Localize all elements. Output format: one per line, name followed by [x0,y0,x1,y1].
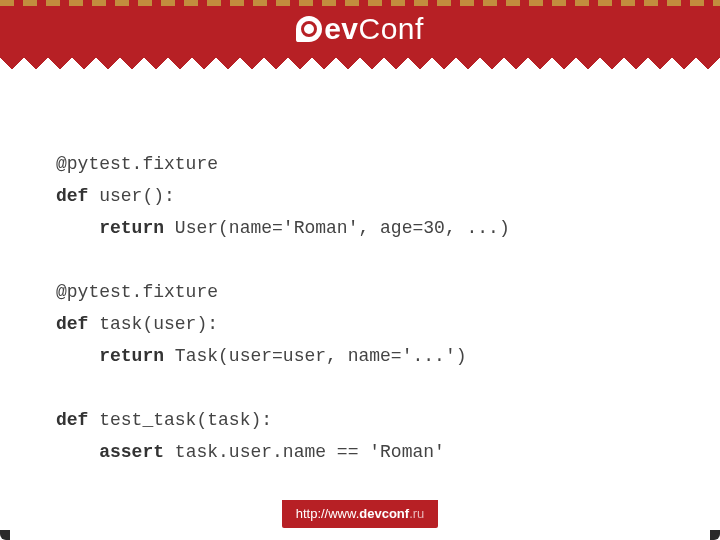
code-block: @pytest.fixture def user(): return User(… [56,148,664,468]
corner-decoration [710,530,720,540]
code-keyword: assert [99,442,164,462]
code-indent [56,442,99,462]
code-line: @pytest.fixture [56,154,218,174]
footer-url-domain: devconf [359,506,409,521]
code-text: task(user): [88,314,218,334]
code-keyword: return [99,218,164,238]
code-text: test_task(task): [88,410,272,430]
slide-footer: http://www.devconf.ru [0,500,720,528]
code-keyword: return [99,346,164,366]
code-text: User(name='Roman', age=30, ...) [164,218,510,238]
logo-text-suffix: Conf [359,12,424,46]
logo-text-prefix: ev [324,12,358,46]
code-text: task.user.name == 'Roman' [164,442,445,462]
code-keyword: def [56,186,88,206]
code-indent [56,346,99,366]
corner-decoration [0,530,10,540]
header-zigzag [0,58,720,70]
code-keyword: def [56,314,88,334]
code-keyword: def [56,410,88,430]
devconf-logo: evConf [296,12,424,46]
logo-d-icon [296,16,322,42]
code-line: @pytest.fixture [56,282,218,302]
footer-url-tld: .ru [409,506,424,521]
code-indent [56,218,99,238]
footer-url-badge: http://www.devconf.ru [282,500,439,528]
slide-content: @pytest.fixture def user(): return User(… [0,58,720,468]
code-text: Task(user=user, name='...') [164,346,466,366]
code-text: user(): [88,186,174,206]
slide-header: evConf [0,0,720,58]
footer-url-prefix: http://www. [296,506,360,521]
header-stripe [0,0,720,6]
